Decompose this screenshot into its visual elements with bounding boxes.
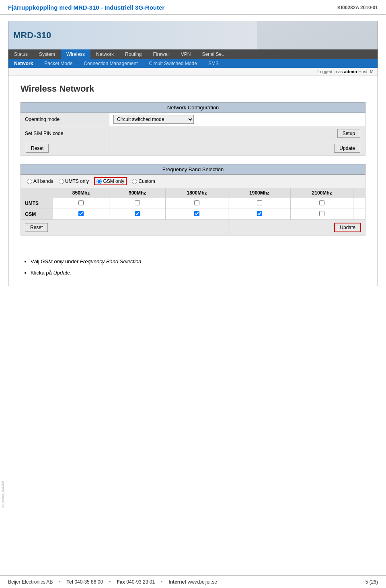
nav-item-network[interactable]: Network xyxy=(90,49,119,59)
sub-nav-packet-mode[interactable]: Packet Mode xyxy=(39,59,78,68)
operating-mode-label: Operating mode xyxy=(21,113,109,126)
bullet-1-text-middle: under xyxy=(64,258,80,264)
page-content: Wireless Network Network Configuration O… xyxy=(8,76,378,252)
sim-pin-label: Set SIM PIN code xyxy=(21,126,109,141)
col-900: 900Mhz xyxy=(109,188,166,198)
umts-900-check[interactable] xyxy=(135,200,140,205)
radio-all-bands-label: All bands xyxy=(33,178,53,184)
gsm-1900 xyxy=(228,209,291,220)
bullet-item-1: Välj GSM only under Frequency Band Selec… xyxy=(31,258,365,266)
radio-umts-only-input[interactable] xyxy=(59,179,64,184)
sub-nav-sms[interactable]: SMS xyxy=(203,59,224,68)
network-config-header: Network Configuration xyxy=(21,102,365,113)
umts-pad xyxy=(353,198,365,209)
radio-custom-label: Custom xyxy=(138,178,155,184)
col-850: 850Mhz xyxy=(53,188,109,198)
nav-item-firewall[interactable]: Firewall xyxy=(147,49,175,59)
umts-1800-check[interactable] xyxy=(194,200,199,205)
gsm-label: GSM xyxy=(21,209,53,220)
gsm-850-check[interactable] xyxy=(78,211,84,216)
bullet-list: Välj GSM only under Frequency Band Selec… xyxy=(21,258,365,277)
gsm-2100-check[interactable] xyxy=(319,211,324,216)
doc-title: Fjärruppkoppling med MRD-310 - Industrie… xyxy=(8,4,164,11)
nav-item-status[interactable]: Status xyxy=(8,49,33,59)
gsm-1800-check[interactable] xyxy=(194,211,199,216)
bullet-1-text-end: . xyxy=(141,258,143,264)
page-heading: Wireless Network xyxy=(21,84,365,94)
gsm-1800 xyxy=(166,209,228,220)
radio-custom[interactable]: Custom xyxy=(132,178,155,184)
umts-1900-check[interactable] xyxy=(257,200,262,205)
umts-label: UMTS xyxy=(21,198,53,209)
reset-button-freq[interactable]: Reset xyxy=(25,223,48,232)
logged-in-bar: Logged in as admin Host: M xyxy=(8,68,378,76)
gsm-2100 xyxy=(291,209,353,220)
col-pad xyxy=(353,188,365,198)
radio-custom-input[interactable] xyxy=(132,179,137,184)
nav-item-vpn[interactable]: VPN xyxy=(175,49,197,59)
umts-2100 xyxy=(291,198,353,209)
gsm-900 xyxy=(109,209,166,220)
doc-header: Fjärruppkoppling med MRD-310 - Industrie… xyxy=(0,0,386,15)
gsm-900-check[interactable] xyxy=(135,211,140,216)
col-1800: 1800Mhz xyxy=(166,188,228,198)
col-empty xyxy=(21,188,53,198)
radio-all-bands[interactable]: All bands xyxy=(27,178,53,184)
router-logo: MRD-310 xyxy=(13,30,51,41)
bullet-item-2: Klicka på Update. xyxy=(31,269,365,277)
router-ui: MRD-310 Status System Wireless Network R… xyxy=(8,21,378,286)
radio-gsm-only-input[interactable] xyxy=(96,179,102,184)
sub-nav-connection-mgmt[interactable]: Connection Management xyxy=(78,59,143,68)
bullet-2-italic: Update xyxy=(53,270,70,276)
umts-850-check[interactable] xyxy=(78,200,84,205)
network-config-table: Network Configuration Operating mode Cir… xyxy=(21,102,365,156)
sub-nav-circuit-switched[interactable]: Circuit Switched Mode xyxy=(143,59,202,68)
radio-options-row: All bands UMTS only GSM only Custom xyxy=(21,175,365,188)
radio-all-bands-input[interactable] xyxy=(27,179,32,184)
gsm-pad xyxy=(353,209,365,220)
update-button-config[interactable]: Update xyxy=(334,144,360,153)
umts-2100-check[interactable] xyxy=(319,200,324,205)
bullet-2-text-before: Klicka på xyxy=(31,270,53,276)
col-1900: 1900Mhz xyxy=(228,188,291,198)
bullet-1-italic: GSM only xyxy=(41,258,64,264)
operating-mode-value: Circuit switched mode Packet mode xyxy=(109,113,365,126)
umts-1900 xyxy=(228,198,291,209)
bullet-2-text-end: . xyxy=(70,270,72,276)
bullet-1-text-before: Välj xyxy=(31,258,41,264)
nav-item-serial[interactable]: Serial Se... xyxy=(196,49,231,59)
doc-ref: KI00282A 2010-01 xyxy=(337,5,378,10)
nav-item-wireless[interactable]: Wireless xyxy=(61,49,90,59)
nav-item-routing[interactable]: Routing xyxy=(119,49,147,59)
sub-nav-network[interactable]: Network xyxy=(8,59,39,68)
nav-bar: Status System Wireless Network Routing F… xyxy=(8,49,378,59)
gsm-1900-check[interactable] xyxy=(257,211,262,216)
umts-900 xyxy=(109,198,166,209)
bullet-section: Välj GSM only under Frequency Band Selec… xyxy=(8,252,378,286)
setup-cell: Setup xyxy=(109,126,365,141)
radio-umts-only-label: UMTS only xyxy=(65,178,89,184)
logged-in-user: admin xyxy=(344,69,357,74)
reset-button-config[interactable]: Reset xyxy=(26,144,49,153)
freq-band-header: Frequency Band Selection xyxy=(21,164,365,175)
radio-gsm-only[interactable]: GSM only xyxy=(94,177,127,185)
operating-mode-select[interactable]: Circuit switched mode Packet mode xyxy=(113,115,194,124)
umts-850 xyxy=(53,198,109,209)
radio-umts-only[interactable]: UMTS only xyxy=(59,178,89,184)
sub-nav-bar: Network Packet Mode Connection Managemen… xyxy=(8,59,378,68)
update-button-freq[interactable]: Update xyxy=(334,223,361,232)
radio-gsm-only-label: GSM only xyxy=(103,178,124,184)
freq-band-table: Frequency Band Selection All bands UMTS … xyxy=(21,164,365,236)
bullet-1-italic2: Frequency Band Selection xyxy=(80,258,141,264)
nav-item-system[interactable]: System xyxy=(33,49,61,59)
setup-button[interactable]: Setup xyxy=(337,129,360,138)
umts-1800 xyxy=(166,198,228,209)
gsm-850 xyxy=(53,209,109,220)
col-2100: 2100Mhz xyxy=(291,188,353,198)
router-banner: MRD-310 xyxy=(8,21,378,49)
